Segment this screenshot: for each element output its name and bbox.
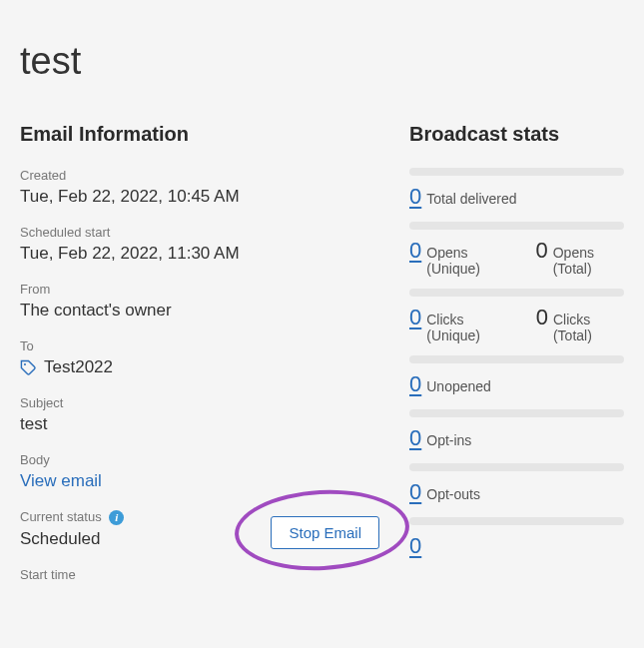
stat-value[interactable]: 0 [409, 305, 421, 330]
email-information-section: Email Information Created Tue, Feb 22, 2… [20, 123, 379, 586]
broadcast-stats-heading: Broadcast stats [409, 123, 624, 146]
stat-item: 0 [409, 533, 421, 559]
stat-row: 0Total delivered [409, 184, 624, 210]
stat-label: Unopened [426, 378, 491, 394]
stat-label: Opt-outs [426, 486, 480, 502]
page-title: test [20, 40, 624, 83]
current-status-value: Scheduled [20, 529, 124, 549]
to-label: To [20, 338, 379, 353]
stat-progress-bar [409, 168, 624, 176]
stat-label: Clicks (Unique) [426, 312, 510, 343]
stat-progress-bar [409, 289, 624, 297]
scheduled-start-value: Tue, Feb 22, 2022, 11:30 AM [20, 244, 379, 264]
start-time-label: Start time [20, 567, 379, 582]
stat-value[interactable]: 0 [409, 425, 421, 451]
stop-email-button[interactable]: Stop Email [271, 516, 379, 549]
stat-value[interactable]: 0 [409, 371, 421, 397]
stat-block: 0Total delivered [409, 168, 624, 210]
current-status-label: Current status [20, 509, 102, 524]
stat-row: 0Opt-outs [409, 479, 624, 505]
stat-value: 0 [535, 238, 547, 264]
stat-item: 0Opens (Unique) [409, 238, 510, 277]
stat-value[interactable]: 0 [409, 184, 421, 210]
stat-item: 0Total delivered [409, 184, 517, 210]
stat-item: 0Unopened [409, 371, 491, 397]
stat-label: Opens (Total) [553, 245, 624, 277]
stat-item: 0Opt-ins [409, 425, 471, 451]
stat-progress-bar [409, 222, 624, 230]
stat-progress-bar [409, 355, 624, 363]
stat-row: 0Opens (Unique)0Opens (Total) [409, 238, 624, 277]
stat-value[interactable]: 0 [409, 238, 421, 264]
scheduled-start-label: Scheduled start [20, 225, 379, 240]
view-email-link[interactable]: View email [20, 471, 102, 490]
stat-value[interactable]: 0 [409, 479, 421, 505]
svg-point-0 [24, 362, 26, 364]
email-info-heading: Email Information [20, 123, 379, 146]
info-icon[interactable]: i [109, 510, 124, 525]
stat-row: 0Clicks (Unique)0Clicks (Total) [409, 305, 624, 343]
stat-item: 0Clicks (Unique) [409, 305, 511, 343]
stat-block: 0Opens (Unique)0Opens (Total) [409, 222, 624, 277]
stat-row: 0 [409, 533, 624, 559]
body-label: Body [20, 452, 379, 467]
stat-row: 0Opt-ins [409, 425, 624, 451]
created-value: Tue, Feb 22, 2022, 10:45 AM [20, 187, 379, 207]
current-status-label-row: Current status i [20, 509, 124, 525]
stat-label: Clicks (Total) [553, 312, 624, 343]
stat-row: 0Unopened [409, 371, 624, 397]
stat-progress-bar [409, 409, 624, 417]
subject-label: Subject [20, 395, 379, 410]
stat-label: Total delivered [426, 191, 516, 207]
broadcast-stats-section: Broadcast stats 0Total delivered0Opens (… [409, 123, 624, 586]
stat-value[interactable]: 0 [409, 533, 421, 559]
stat-item: 0Opt-outs [409, 479, 480, 505]
stat-label: Opens (Unique) [426, 245, 510, 277]
stat-block: 0Opt-ins [409, 409, 624, 451]
stat-progress-bar [409, 463, 624, 471]
stat-block: 0Clicks (Unique)0Clicks (Total) [409, 289, 624, 343]
tag-icon [20, 359, 37, 376]
stat-item: 0Clicks (Total) [536, 305, 624, 343]
stat-block: 0Unopened [409, 355, 624, 397]
stat-block: 0 [409, 517, 624, 559]
from-value: The contact's owner [20, 301, 379, 321]
stat-value: 0 [536, 305, 548, 330]
stat-item: 0Opens (Total) [535, 238, 624, 277]
to-value: Test2022 [44, 357, 113, 377]
stat-progress-bar [409, 517, 624, 525]
to-value-row: Test2022 [20, 357, 379, 377]
stat-label: Opt-ins [426, 432, 471, 448]
stat-block: 0Opt-outs [409, 463, 624, 505]
subject-value: test [20, 414, 379, 434]
created-label: Created [20, 168, 379, 183]
from-label: From [20, 282, 379, 297]
